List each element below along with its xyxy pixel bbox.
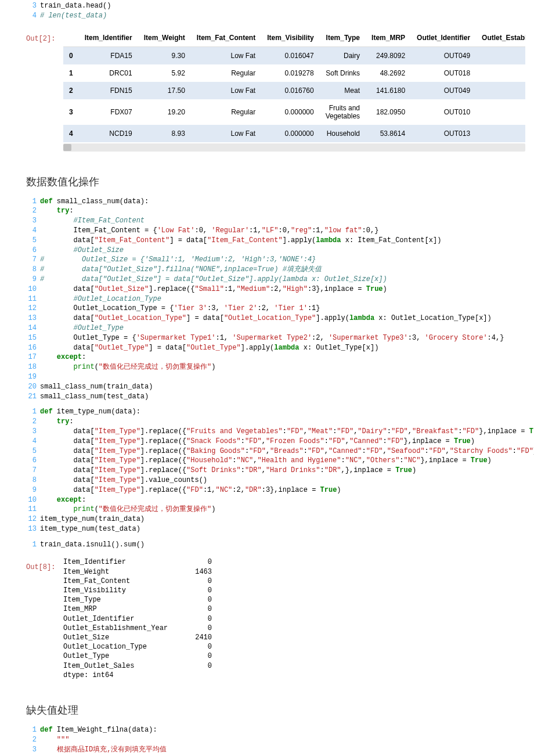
line-number: 2 [26,206,37,216]
line-number: 2 [26,417,37,427]
line-number: 2 [26,735,37,745]
code-line: 21small_class_num(test_data) [26,392,525,402]
line-number: 3 [26,216,37,226]
line-number: 20 [26,382,37,392]
table-row: 2FDN1517.50Low Fat0.016760Meat141.6180OU… [63,82,525,99]
code-line: 7# Outlet_Size = {'Small':1, 'Medium':2,… [26,255,525,265]
code-line: 3train_data.head() [26,1,525,11]
table-cell: 0.016047 [261,46,319,64]
table-cell: 1987 [476,125,525,142]
code-line: 4 data["Item_Type"].replace({"Snack Food… [26,437,525,447]
null-row: Item_Type0 [63,595,525,604]
line-number: 10 [26,495,37,505]
table-header: Item_Weight [138,29,191,47]
code-line: 18 print("数值化已经完成过，切勿重复操作") [26,362,525,372]
table-cell: 9.30 [138,46,191,64]
out-prompt: Out[8]: [26,563,55,571]
out-prompt: Out[2]: [26,35,55,43]
null-row: Item_Fat_Content0 [63,577,525,586]
null-row: Outlet_Location_Type0 [63,642,525,651]
table-cell: 0.000000 [261,125,319,142]
table-header: Outlet_Establishment_Year [476,29,525,47]
line-number: 11 [26,294,37,304]
code-line: 6 data["Item_Type"].replace({"Household"… [26,456,525,466]
code-line: 13item_type_num(test_data) [26,524,525,534]
null-row: Outlet_Type0 [63,651,525,661]
table-cell: FDX07 [79,99,138,125]
line-number: 12 [26,304,37,314]
line-number: 9 [26,485,37,495]
scrollbar-thumb[interactable] [63,144,71,151]
code-line: 20small_class_num(train_data) [26,382,525,392]
line-number: 10 [26,285,37,294]
code-cell-5: 1def Item_Weight_filna(data):2 """3 根据商品… [26,725,525,754]
table-cell: OUT049 [411,46,476,64]
null-row: Item_Identifier0 [63,557,525,567]
line-number: 13 [26,524,37,534]
null-row: Outlet_Establishment_Year0 [63,624,525,633]
null-row: Item_Outlet_Sales0 [63,661,525,671]
line-number: 6 [26,246,37,255]
line-number: 3 [26,1,37,11]
horizontal-scrollbar[interactable] [63,143,525,152]
table-row: 0FDA159.30Low Fat0.016047Dairy249.8092OU… [63,46,525,64]
line-number: 12 [26,514,37,524]
table-cell: Soft Drinks [320,64,366,82]
code-cell-2: 1def small_class_num(data):2 try:3 #Item… [26,197,525,402]
table-header: Outlet_Identifier [411,29,476,47]
line-number: 3 [26,427,37,437]
table-cell: 48.2692 [366,64,411,82]
table-cell: 1999 [476,46,525,64]
line-number: 5 [26,447,37,456]
code-line: 8 data["Item_Type"].value_counts() [26,476,525,485]
table-cell: 19.20 [138,99,191,125]
null-row: Item_Weight1463 [63,567,525,577]
table-row: 3FDX0719.20Regular0.000000Fruits and Veg… [63,99,525,125]
line-number: 1 [26,725,37,735]
table-header: Item_MRP [366,29,411,47]
table-cell: OUT049 [411,82,476,99]
table-header [63,29,79,47]
table-cell: 1999 [476,82,525,99]
null-row: Item_Visibility0 [63,586,525,595]
row-index: 2 [63,82,79,99]
line-number: 3 [26,745,37,755]
code-line: 19 [26,372,525,382]
section-heading-numeric: 数据数值化操作 [26,175,525,189]
table-cell: 8.93 [138,125,191,142]
line-number: 19 [26,372,37,382]
code-line: 10 data["Outlet_Size"].replace({"Small":… [26,285,525,294]
table-cell: 249.8092 [366,46,411,64]
code-line: 3 根据商品ID填充,没有则填充平均值 [26,745,525,755]
line-number: 14 [26,323,37,333]
table-cell: 0.019278 [261,64,319,82]
code-line: 9 data["Item_Type"].replace({"FD":1,"NC"… [26,485,525,495]
code-line: 4 Item_Fat_Content = {'Low Fat':0, 'Regu… [26,226,525,236]
code-line: 1def item_type_num(data): [26,407,525,417]
line-number: 1 [26,407,37,417]
table-cell: 17.50 [138,82,191,99]
table-cell: OUT018 [411,64,476,82]
line-number: 7 [26,255,37,265]
line-number: 6 [26,456,37,466]
code-line: 8# data["Outlet_Size"].fillna("NONE",inp… [26,265,525,275]
line-number: 11 [26,505,37,514]
table-header: Item_Visibility [261,29,319,47]
table-row: 1DRC015.92Regular0.019278Soft Drinks48.2… [63,64,525,82]
code-line: 2 """ [26,735,525,745]
code-line: 15 Outlet_Type = {'Supermarket Type1':1,… [26,333,525,343]
table-cell: Regular [191,99,261,125]
line-number: 4 [26,226,37,236]
table-cell: 0.000000 [261,99,319,125]
code-line: 1def small_class_num(data): [26,197,525,207]
null-count-output: Item_Identifier0Item_Weight1463Item_Fat_… [63,557,525,679]
table-header: Item_Identifier [79,29,138,47]
table-cell: Meat [320,82,366,99]
code-line: 2 try: [26,206,525,216]
code-line: 12item_type_num(train_data) [26,514,525,524]
table-cell: 141.6180 [366,82,411,99]
dtype-line: dtype: int64 [63,671,525,680]
line-number: 18 [26,362,37,372]
line-number: 4 [26,11,37,21]
code-line: 1train_data.isnull().sum() [26,540,525,550]
